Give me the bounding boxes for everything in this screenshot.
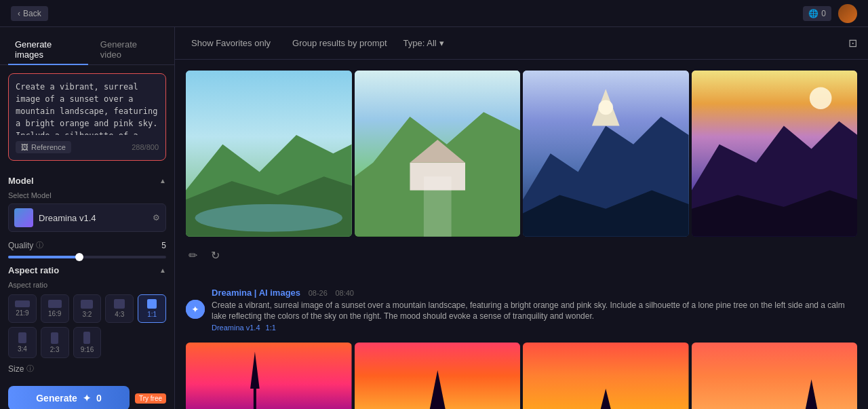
aspect-label-3-2: 3:2 <box>83 311 92 318</box>
aspect-label-3-4: 3:4 <box>18 345 27 353</box>
section-prompt-2: Create a vibrant, surreal image of a sun… <box>212 300 857 323</box>
aspect-btn-3-4[interactable]: 3:4 <box>8 327 37 358</box>
sidebar-tabs: Generate images Generate video <box>0 27 174 65</box>
toolbar-left: Show Favorites only Group results by pro… <box>186 35 444 51</box>
svg-point-17 <box>809 87 831 109</box>
edit-button-1[interactable]: ✏ <box>186 246 200 265</box>
group-by-prompt-button[interactable]: Group results by prompt <box>287 35 392 51</box>
image-card-1-3[interactable] <box>523 71 689 237</box>
action-row-1: ✏ ↻ <box>186 242 857 269</box>
aspect-ratio-sublabel: Aspect ratio <box>8 281 166 289</box>
image-card-1-2[interactable] <box>355 71 521 237</box>
save-icon[interactable]: ⊡ <box>848 37 857 50</box>
aspect-ratio-header[interactable]: Aspect ratio ▲ <box>8 265 166 275</box>
try-free-badge: Try free <box>135 393 166 404</box>
tab-generate-images[interactable]: Generate images <box>8 35 88 65</box>
prompt-area: Create a vibrant, surreal image of a sun… <box>8 73 166 161</box>
info-icon-2: ⓘ <box>26 364 34 374</box>
aspect-btn-9-16[interactable]: 9:16 <box>73 327 102 358</box>
image-icon: 🖼 <box>21 143 28 151</box>
char-count: 288/800 <box>132 143 159 151</box>
section-info-2: Dreamina | AI images 08-26 08:40 Create … <box>212 288 857 332</box>
model-section-header[interactable]: Model ▲ <box>8 176 166 186</box>
svg-rect-38 <box>692 343 858 409</box>
aspect-btn-2-3[interactable]: 2:3 <box>41 327 69 358</box>
globe-icon: 🌐 <box>808 9 818 18</box>
chevron-up-icon: ▲ <box>159 177 166 184</box>
image-svg-1-4 <box>692 71 858 237</box>
aspect-icon-3-2 <box>81 300 93 309</box>
image-card-2-1[interactable] <box>186 343 352 409</box>
aspect-ratio-section: Aspect ratio ▲ Aspect ratio 21:9 16:9 3:… <box>0 265 174 381</box>
quality-label: Quality ⓘ <box>8 240 43 250</box>
aspect-icon-21-9 <box>15 300 30 307</box>
quality-slider[interactable] <box>8 256 166 258</box>
image-svg-1-2 <box>355 71 521 237</box>
aspect-label-16-9: 16:9 <box>48 310 61 317</box>
back-button[interactable]: ‹ Back <box>11 6 48 21</box>
chevron-up-icon-2: ▲ <box>159 267 166 274</box>
aspect-btn-3-2[interactable]: 3:2 <box>73 294 102 323</box>
image-svg-1-1 <box>186 71 352 237</box>
topbar-left: ‹ Back <box>11 6 48 21</box>
image-section-1: ✏ ↻ <box>186 71 857 269</box>
image-section-2: ✏ ↻ <box>186 343 857 409</box>
model-tag-2[interactable]: Dreamina v1.4 <box>212 324 260 332</box>
aspect-btn-1-1[interactable]: 1:1 <box>138 294 166 323</box>
section-meta-2: ✦ Dreamina | AI images 08-26 08:40 Creat… <box>186 282 857 338</box>
image-svg-1-3 <box>523 71 689 237</box>
size-label: Size <box>8 364 24 374</box>
aspect-label-1-1: 1:1 <box>147 311 157 318</box>
image-svg-2-1 <box>186 343 352 409</box>
aspect-btn-4-3[interactable]: 4:3 <box>105 294 134 323</box>
ratio-tag-2[interactable]: 1:1 <box>266 324 276 332</box>
star-icon: ✦ <box>83 393 91 404</box>
generate-button[interactable]: Generate ✦ 0 <box>8 386 130 409</box>
aspect-btn-21-9[interactable]: 21:9 <box>8 294 37 323</box>
image-grid-1 <box>186 71 857 237</box>
aspect-grid-row2: 3:4 2:3 9:16 <box>8 327 166 358</box>
image-card-2-2[interactable] <box>355 343 521 409</box>
model-select-dropdown[interactable]: Dreamina v1.4 ⚙ <box>8 203 166 232</box>
aspect-btn-16-9[interactable]: 16:9 <box>41 294 69 323</box>
aspect-label-9-16: 9:16 <box>81 346 94 353</box>
section-name-2: Dreamina | AI images <box>212 288 300 298</box>
tab-generate-video[interactable]: Generate video <box>94 35 166 65</box>
aspect-ratio-label: Aspect ratio <box>8 265 59 275</box>
quality-value: 5 <box>161 241 166 250</box>
model-section-label: Model <box>8 176 34 186</box>
aspect-label-4-3: 4:3 <box>115 311 124 318</box>
chevron-down-icon: ▾ <box>439 38 444 48</box>
quality-fill <box>8 256 79 258</box>
refresh-button-1[interactable]: ↻ <box>208 246 222 265</box>
quality-row: Quality ⓘ 5 <box>8 240 166 250</box>
avatar[interactable] <box>838 4 857 23</box>
aspect-icon-4-3 <box>114 299 125 309</box>
settings-icon[interactable]: ⚙ <box>153 213 160 222</box>
section-tags-2: Dreamina v1.4 1:1 <box>212 324 857 332</box>
image-card-1-1[interactable] <box>186 71 352 237</box>
svg-point-3 <box>195 204 342 232</box>
content-scroll: ✏ ↻ ✦ Dreamina | AI images 08-26 08:40 <box>175 60 868 409</box>
select-model-label: Select Model <box>8 191 166 199</box>
image-card-2-4[interactable] <box>692 343 858 409</box>
quality-label-text: Quality <box>8 241 33 250</box>
aspect-icon-1-1 <box>147 299 157 309</box>
image-card-2-3[interactable] <box>523 343 689 409</box>
svg-point-13 <box>598 100 613 115</box>
type-dropdown[interactable]: Type: All ▾ <box>403 38 444 48</box>
model-icon <box>14 208 33 227</box>
model-section: Model ▲ Select Model Dreamina v1.4 ⚙ Qua… <box>0 169 174 265</box>
prompt-textarea[interactable]: Create a vibrant, surreal image of a sun… <box>16 81 159 135</box>
generate-bar: Generate ✦ 0 Try free <box>8 386 166 409</box>
notification-button[interactable]: 🌐 0 <box>803 6 831 21</box>
image-card-1-4[interactable] <box>692 71 858 237</box>
reference-button[interactable]: 🖼 Reference <box>16 141 71 153</box>
model-select-left: Dreamina v1.4 <box>14 208 96 227</box>
chevron-left-icon: ‹ <box>18 9 20 18</box>
svg-rect-20 <box>186 343 352 409</box>
prompt-footer: 🖼 Reference 288/800 <box>16 141 159 153</box>
favorites-button[interactable]: Show Favorites only <box>186 35 276 51</box>
aspect-icon-2-3 <box>51 332 58 344</box>
section-time-date-2: 08-26 <box>309 289 328 297</box>
